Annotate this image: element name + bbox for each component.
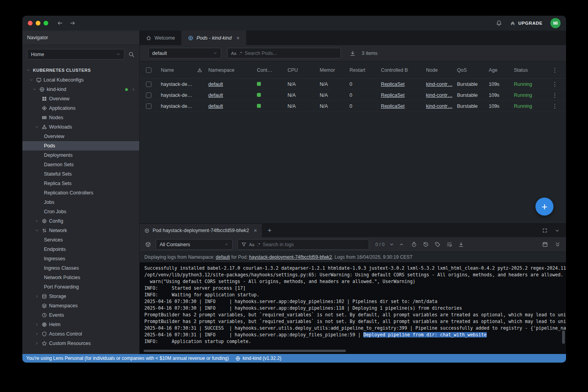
column-header-controlled-by[interactable]: Controlled B (379, 67, 424, 73)
avatar[interactable]: MI (550, 18, 561, 28)
collapse-panel-icon[interactable] (555, 228, 560, 233)
regex-toggle[interactable]: .* (239, 51, 242, 56)
container-filter-select[interactable]: All Containers (156, 239, 233, 250)
column-header-namespace[interactable]: Namespace (206, 67, 255, 73)
close-tab-icon[interactable]: × (254, 227, 257, 234)
cluster-status[interactable]: kind-kind (v1.32.2) (235, 356, 282, 361)
chevron-right-icon[interactable] (35, 322, 39, 327)
notifications-bell-icon[interactable] (496, 20, 502, 26)
node-link[interactable]: kind-contr… (426, 93, 452, 98)
sidebar-item-cron-jobs[interactable]: Cron Jobs (22, 207, 139, 216)
sidebar-item-ingresses[interactable]: Ingresses (22, 254, 139, 263)
sidebar-item-custom-resources[interactable]: Custom Resources (22, 339, 139, 348)
tab-pods[interactable]: Pods - kind-kind × (182, 31, 246, 45)
horizontal-scrollbar[interactable] (144, 350, 346, 352)
chevron-right-icon[interactable] (35, 294, 39, 299)
chevron-down-icon[interactable] (32, 87, 37, 92)
tab-pod-logs[interactable]: Pod haystack-deployment-74fbccfd59-bfwk2… (140, 224, 262, 237)
column-header-node[interactable]: Node (424, 67, 455, 73)
sidebar-item-workloads[interactable]: Workloads (22, 122, 139, 132)
row-menu-button[interactable]: ⋮ (544, 103, 566, 110)
search-icon[interactable] (128, 51, 135, 58)
column-header-name[interactable]: Name (158, 67, 196, 73)
sidebar-item-services[interactable]: Services (22, 235, 139, 245)
sidebar-item-applications[interactable]: Applications (22, 103, 139, 113)
sidebar-item-replication-controllers[interactable]: Replication Controllers (22, 188, 139, 198)
minimize-window-button[interactable] (36, 21, 40, 25)
namespace-link[interactable]: default (216, 254, 230, 260)
match-case-toggle[interactable]: Aa (231, 51, 236, 56)
add-resource-button[interactable]: + (535, 198, 553, 216)
vertical-scrollbar[interactable] (562, 330, 565, 344)
controlled-by-link[interactable]: ReplicaSet (381, 82, 404, 87)
sidebar-item-overview[interactable]: Overview (22, 94, 139, 103)
back-button[interactable] (57, 20, 63, 26)
table-row[interactable]: haystack-de…defaultN/AN/A0ReplicaSetkind… (140, 90, 566, 101)
column-header-qos[interactable]: QoS (455, 67, 487, 73)
sidebar-item-overview[interactable]: Overview (22, 132, 139, 141)
logs-search-input[interactable] (263, 242, 365, 247)
column-header-age[interactable]: Age (487, 67, 512, 73)
chevron-right-icon[interactable] (35, 341, 39, 346)
catalog-scope-select[interactable]: Home (27, 49, 124, 60)
table-row[interactable]: haystack-de…defaultN/AN/A0ReplicaSetkind… (140, 101, 566, 112)
match-case-toggle[interactable]: Aa (249, 242, 254, 247)
regex-toggle[interactable]: .* (257, 242, 260, 247)
table-row[interactable]: haystack-de…defaultN/AN/A0ReplicaSetkind… (140, 79, 566, 90)
timestamps-toggle-icon[interactable] (411, 241, 417, 247)
sidebar-item-deployments[interactable]: Deployments (22, 151, 139, 160)
sidebar-item-network-policies[interactable]: Network Policies (22, 273, 139, 282)
new-dock-tab-button[interactable]: + (262, 224, 277, 237)
namespace-link[interactable]: default (208, 93, 223, 98)
calendar-icon[interactable] (542, 241, 548, 247)
sidebar-item-local-kubeconfigs[interactable]: Local Kubeconfigs (22, 75, 139, 85)
previous-logs-icon[interactable] (423, 241, 429, 247)
container-mode-icon[interactable] (145, 241, 151, 247)
column-header-status[interactable]: Status (512, 67, 544, 73)
tab-welcome[interactable]: Welcome (140, 31, 182, 45)
previous-match-button[interactable] (399, 242, 404, 247)
row-menu-button[interactable]: ⋮ (544, 81, 566, 88)
chevron-right-icon[interactable] (35, 219, 39, 223)
sidebar-item-pods[interactable]: Pods (22, 141, 139, 151)
sidebar-item-access-control[interactable]: Access Control (22, 329, 139, 339)
sidebar-item-config[interactable]: Config (22, 216, 139, 226)
sidebar-item-daemon-sets[interactable]: Daemon Sets (22, 160, 139, 169)
controlled-by-link[interactable]: ReplicaSet (381, 93, 404, 98)
warning-column-icon[interactable] (197, 67, 202, 73)
sidebar-item-network[interactable]: Network (22, 226, 139, 235)
close-tab-icon[interactable]: × (237, 35, 240, 41)
tag-icon[interactable] (435, 241, 441, 247)
namespace-filter-select[interactable]: default (148, 48, 221, 58)
expand-panel-icon[interactable] (542, 228, 548, 233)
logs-search[interactable]: Aa .* (237, 239, 369, 250)
chevron-down-icon[interactable] (35, 228, 39, 233)
sidebar-item-endpoints[interactable]: Endpoints (22, 245, 139, 254)
download-logs-button[interactable] (458, 241, 464, 247)
node-link[interactable]: kind-contr… (426, 82, 452, 87)
sidebar-item-ingress-classes[interactable]: Ingress Classes (22, 263, 139, 273)
chevron-right-icon[interactable] (131, 87, 136, 92)
chevron-down-icon[interactable] (35, 125, 39, 129)
sidebar-item-kind-kind[interactable]: kind-kind (22, 85, 139, 94)
sidebar-item-namespaces[interactable]: Namespaces (22, 301, 139, 310)
namespace-link[interactable]: default (208, 82, 223, 87)
close-window-button[interactable] (28, 21, 33, 25)
row-checkbox[interactable] (146, 103, 151, 109)
pods-search[interactable]: Aa .* (227, 48, 341, 58)
chevron-down-icon[interactable] (26, 68, 31, 73)
column-header-containers[interactable]: Cont… (255, 67, 286, 73)
sidebar-item-nodes[interactable]: Nodes (22, 113, 139, 122)
sidebar-item-port-forwarding[interactable]: Port Forwarding (22, 282, 139, 292)
wrap-lines-icon[interactable] (446, 241, 452, 247)
select-all-checkbox[interactable] (146, 67, 151, 73)
sidebar-item-stateful-sets[interactable]: Stateful Sets (22, 169, 139, 179)
column-header-memory[interactable]: Memor (318, 67, 348, 73)
chevron-down-icon[interactable] (29, 78, 34, 82)
namespace-link[interactable]: default (208, 103, 223, 109)
chevron-right-icon[interactable] (35, 332, 39, 336)
filter-icon[interactable] (241, 242, 246, 247)
row-checkbox[interactable] (146, 93, 151, 98)
sidebar-item-replica-sets[interactable]: Replica Sets (22, 179, 139, 188)
row-menu-button[interactable]: ⋮ (544, 92, 566, 99)
